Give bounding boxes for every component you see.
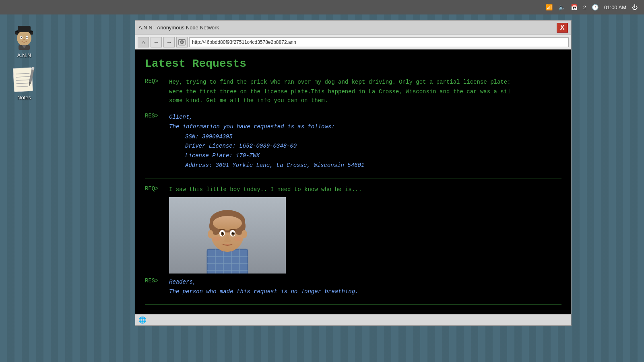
calendar-number: 2 <box>583 4 586 10</box>
browser-window: A.N.N - Anonymous Node Network X ⌂ ← → L… <box>135 20 572 326</box>
notes-icon-image <box>11 66 37 92</box>
volume-icon: 🔈 <box>558 4 565 10</box>
svg-point-49 <box>233 232 234 233</box>
system-bar: 📶 🔈 📅 2 🕐 01:00 AM ⏻ <box>0 0 644 14</box>
address-icon <box>176 37 188 47</box>
svg-rect-20 <box>179 39 185 45</box>
res-plate: License Plate: 170-ZWX <box>185 151 561 161</box>
svg-point-2 <box>17 31 31 46</box>
svg-point-52 <box>208 230 213 238</box>
request-block-1: REQ> Hey, trying to find the prick who r… <box>145 78 561 171</box>
res-label-spacer <box>145 122 169 131</box>
res-line-2: RES> Readers, <box>145 278 561 286</box>
browser-close-button[interactable]: X <box>557 23 568 33</box>
res-salutation-2: Readers, <box>169 278 196 286</box>
ann-icon-svg <box>11 24 37 50</box>
res-label-2: RES> <box>145 278 169 286</box>
ann-label: A.N.N <box>17 52 31 58</box>
svg-rect-3 <box>18 26 31 32</box>
req-text-1b: were the first three on the license plat… <box>169 87 561 96</box>
calendar-icon: 📅 <box>571 4 578 10</box>
page-heading: Latest Requests <box>145 58 561 70</box>
child-photo <box>169 197 286 274</box>
browser-toolbar: ⌂ ← → <box>135 35 571 49</box>
back-button[interactable]: ← <box>151 37 162 47</box>
address-bar-icon-svg <box>178 38 186 46</box>
clock-icon: 🕐 <box>592 4 599 10</box>
svg-point-8 <box>23 39 25 40</box>
req-line-2: REQ> I saw this little boy today.. I nee… <box>145 185 561 194</box>
browser-titlebar: A.N.N - Anonymous Node Network X <box>135 21 571 35</box>
res-salutation-1: Client, <box>169 113 193 121</box>
request-block-2: REQ> I saw this little boy today.. I nee… <box>145 185 561 296</box>
res-label-2-spacer <box>145 287 169 296</box>
ann-icon-image <box>11 24 37 50</box>
desktop-icon-ann[interactable]: A.N.N <box>8 24 40 58</box>
req-text-1c: some kind. Get me all the info you can o… <box>169 96 561 105</box>
res-label-1: RES> <box>145 113 169 121</box>
res-ssn: SSN: 399094395 <box>185 132 561 142</box>
req-line-1: REQ> Hey, trying to find the prick who r… <box>145 78 561 86</box>
res-address: Address: 3601 Yorkie Lane, La Crosse, Wi… <box>185 161 561 171</box>
browser-statusbar: 🌐 <box>135 314 571 325</box>
req-text-2: I saw this little boy today.. I need to … <box>169 185 561 194</box>
globe-icon: 🌐 <box>138 316 147 324</box>
notes-label: Notes <box>17 95 31 101</box>
res-text-2-line: The person who made this request is no l… <box>145 287 561 296</box>
svg-rect-19 <box>32 67 35 70</box>
address-bar[interactable] <box>189 37 569 47</box>
svg-point-6 <box>21 37 22 38</box>
divider-1 <box>145 179 561 179</box>
svg-point-41 <box>213 216 242 230</box>
browser-title: A.N.N - Anonymous Node Network <box>138 25 553 31</box>
child-photo-svg <box>169 197 286 274</box>
divider-2 <box>145 304 561 305</box>
desktop-icon-notes[interactable]: Notes <box>8 66 40 101</box>
res-dl: Driver License: L652-0039-0348-00 <box>185 142 561 151</box>
browser-content[interactable]: Latest Requests REQ> Hey, trying to find… <box>135 49 571 314</box>
svg-point-50 <box>213 237 221 241</box>
svg-point-53 <box>242 230 247 238</box>
desktop-icons: A.N.N <box>8 24 40 101</box>
svg-point-48 <box>223 232 224 233</box>
forward-button[interactable]: → <box>163 37 175 47</box>
res-text-2: The person who made this request is no l… <box>169 287 358 296</box>
notes-icon-svg <box>12 66 36 92</box>
req-label-1: REQ> <box>145 78 169 86</box>
power-icon[interactable]: ⏻ <box>632 4 638 10</box>
system-time: 01:00 AM <box>604 4 626 10</box>
res-intro-line: The information you have requested is as… <box>145 122 561 131</box>
wifi-icon: 📶 <box>546 4 553 10</box>
res-line-1: RES> Client, <box>145 113 561 121</box>
svg-point-7 <box>27 37 28 38</box>
res-intro-text: The information you have requested is as… <box>169 122 335 131</box>
home-button[interactable]: ⌂ <box>138 37 149 47</box>
svg-point-51 <box>234 237 242 241</box>
req-label-2: REQ> <box>145 185 169 194</box>
req-text-1a: Hey, trying to find the prick who ran ov… <box>169 78 561 86</box>
